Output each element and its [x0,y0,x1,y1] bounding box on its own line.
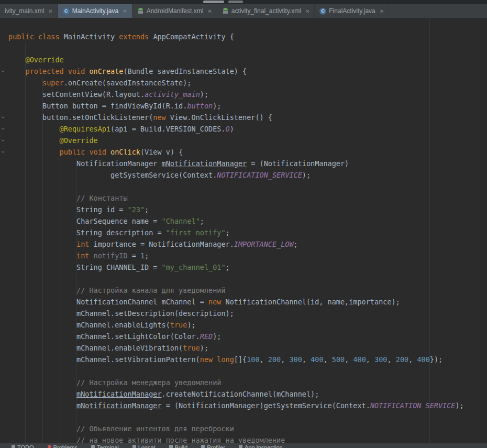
terminal-icon [91,445,95,448]
close-tab-icon[interactable]: ✕ [48,8,52,14]
code-line: // Настройка канала для уведомлений [0,285,487,296]
code-line: CharSequence name = "Channel"; [0,215,487,227]
app-inspection-icon [239,445,242,448]
java-class-icon: C [63,8,70,15]
code-line [0,365,487,377]
code-line: String description = "first notify"; [0,227,487,238]
fold-marker-icon[interactable]: › [0,128,7,130]
code-line: mChannel.setVibrationPattern(new long[]{… [0,354,487,365]
code-line: mNotificationManager.createNotificationC… [0,388,487,400]
code-line [0,411,487,423]
profiler-icon [201,445,205,448]
android-xml-file-icon [222,7,229,15]
close-tab-icon[interactable]: ✕ [123,8,127,14]
fold-marker-icon[interactable]: › [0,70,7,73]
code-line: NotificationManager mNotificationManager… [0,158,487,169]
tab-label: AndroidManifest.xml [147,7,204,15]
tab-bar: ivity_main.xml✕CMainActivity.java✕Androi… [0,4,487,18]
code-line: public class MainActivity extends AppCom… [0,31,487,42]
tab-label: ivity_main.xml [5,7,44,15]
code-line: getSystemService(Context.NOTIFICATION_SE… [0,169,487,181]
top-toolbar-strip [0,0,487,4]
code-line: NotificationChannel mChannel = new Notif… [0,296,487,308]
statusbar-item-app-inspection[interactable]: App Inspection [239,444,283,448]
code-line [0,273,487,285]
code-line: setContentView(R.layout.activity_main); [0,89,487,100]
tab-mainactivity-java[interactable]: CMainActivity.java✕ [58,4,132,18]
tab-label: activity_final_activtity.xml [231,7,301,15]
code-line: button.setOnClickListener(new View.OnCli… [0,112,487,123]
fold-marker-icon[interactable]: › [0,116,7,119]
tab-finalactivity-java[interactable]: CFinalActivity.java✕ [315,4,389,18]
build-icon [169,445,173,448]
statusbar-item-label: TODO [17,444,34,448]
close-tab-icon[interactable]: ✕ [207,8,212,14]
toolbar-fragment [203,1,224,3]
code-line: mChannel.setDescription(description); [0,308,487,319]
code-line: String id = "23"; [0,204,487,215]
code-line: mNotificationManager = (NotificationMana… [0,400,487,411]
code-area[interactable]: public class MainActivity extends AppCom… [0,31,487,443]
todo-icon [12,445,15,448]
close-tab-icon[interactable]: ✕ [305,8,309,14]
code-line: mChannel.setLightColor(Color.RED); [0,331,487,342]
tab-androidmanifest-xml[interactable]: AndroidManifest.xml✕ [132,4,217,18]
statusbar-item-label: Terminal [97,444,119,448]
java-class-icon: C [319,8,326,15]
code-line: // Обьявление интентов для переброски [0,423,487,434]
fold-marker-icon[interactable]: › [0,151,7,154]
logcat-icon [132,445,136,448]
statusbar-item-label: Build [175,444,187,448]
code-line: Button button = findViewById(R.id.button… [0,100,487,112]
code-line: // Настройка менеджера уведомлений [0,377,487,388]
code-line [0,42,487,54]
tab-label: FinalActivity.java [329,7,375,15]
code-line: @RequiresApi(api = Build.VERSION_CODES.O… [0,123,487,135]
editor[interactable]: public class MainActivity extends AppCom… [0,18,487,443]
statusbar-item-label: Logcat [138,444,156,448]
statusbar-item-problems[interactable]: Problems [48,444,78,448]
status-bar: TODOProblemsTerminalLogcatBuildProfilerA… [0,443,487,448]
statusbar-item-todo[interactable]: TODO [12,444,34,448]
statusbar-item-label: Profiler [207,444,225,448]
code-line: // Константы [0,192,487,204]
code-line: @Override [0,135,487,146]
statusbar-item-label: App Inspection [245,444,283,448]
statusbar-item-profiler[interactable]: Profiler [201,444,225,448]
code-line: int importance = NotificationManager.IMP… [0,238,487,250]
code-line: @Override [0,54,487,65]
statusbar-item-logcat[interactable]: Logcat [132,444,156,448]
tab-ivity-main-xml[interactable]: ivity_main.xml✕ [0,4,58,18]
toolbar-fragment [228,1,243,3]
code-line: mChannel.enableLights(true); [0,319,487,331]
fold-marker-icon[interactable]: › [0,139,7,142]
code-line: public void onClick(View v) { [0,146,487,158]
android-xml-file-icon [137,7,144,15]
code-line: int notifyID = 1; [0,250,487,261]
statusbar-item-terminal[interactable]: Terminal [91,444,119,448]
code-line: // на новое активити после нажатия на ув… [0,434,487,443]
statusbar-item-label: Problems [53,444,78,448]
code-line: super.onCreate(savedInstanceState); [0,77,487,89]
code-line: protected void onCreate(Bundle savedInst… [0,65,487,77]
code-line [0,181,487,192]
problems-icon [48,445,51,448]
close-tab-icon[interactable]: ✕ [380,8,384,14]
tab-label: MainActivity.java [72,7,118,15]
statusbar-item-build[interactable]: Build [169,444,187,448]
code-line: String CHANNEL_ID = "my_channel_01"; [0,261,487,273]
tab-activity-final-activtity-xml[interactable]: activity_final_activtity.xml✕ [217,4,315,18]
code-line: mChannel.enableVibration(true); [0,342,487,354]
